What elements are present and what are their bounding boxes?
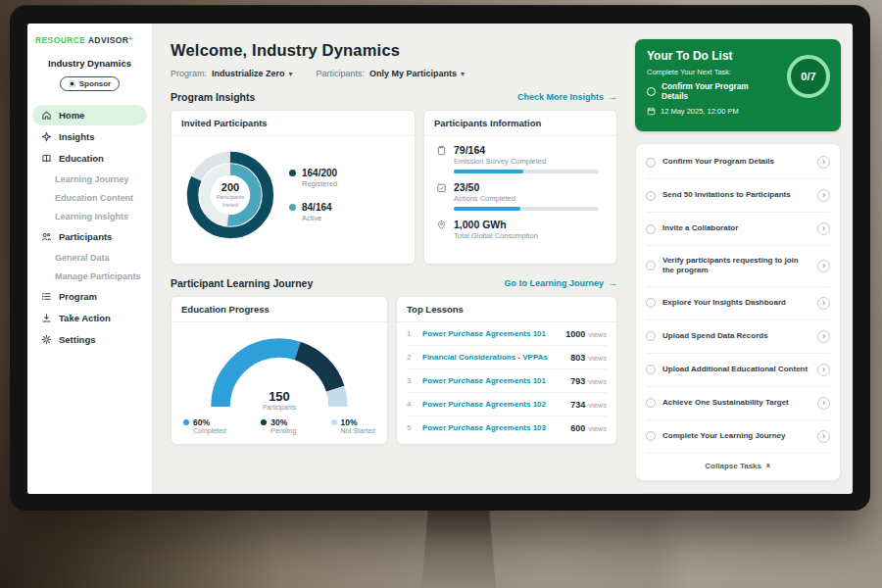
todo-task-row[interactable]: Achieve One Sustainability Target› [646,387,830,420]
legend-item-completed: 60% Completed [183,417,226,434]
task-chevron-icon[interactable]: › [817,156,830,169]
task-checkbox[interactable] [646,191,656,201]
task-chevron-icon[interactable]: › [817,222,830,235]
task-label: Verify participants requesting to join t… [662,256,810,276]
gauge-chart-wrap: 150 Participants [206,330,353,411]
lesson-views-count: 1000 [565,329,585,339]
lesson-link[interactable]: Financial Considerations - VPPAs [422,353,564,362]
sidebar-item-education-content[interactable]: Education Content [27,188,152,207]
sidebar-item-label: Participants [59,231,112,242]
task-chevron-icon[interactable]: › [817,430,830,443]
task-chevron-icon[interactable]: › [817,397,830,410]
lesson-views: 793views [570,376,607,386]
todo-task-row[interactable]: Send 50 Invitations to Participants› [646,179,830,213]
todo-summary-card: Your To Do List Complete Your Next Task:… [635,39,841,131]
stat-row-consumption: 1,000 GWh Total Global Consumption [424,211,616,240]
sidebar-item-home[interactable]: Home [32,105,147,125]
stat-value: 1,000 GWh [454,219,605,230]
lesson-link[interactable]: Power Purchase Agreements 103 [422,423,564,432]
sidebar-item-general-data[interactable]: General Data [27,248,152,267]
lesson-rank: 1 [407,329,416,338]
task-checkbox[interactable] [646,398,656,408]
gauge-center-caption: Participants [206,404,353,411]
sidebar-item-learning-insights[interactable]: Learning Insights [27,207,152,225]
education-icon [41,153,52,164]
task-checkbox[interactable] [646,158,656,168]
task-chevron-icon[interactable]: › [817,260,830,272]
legend-value: 30% [270,417,296,427]
gauge-legend: 60% Completed 30% Pending [172,411,387,434]
legend-value: 10% [341,417,375,427]
collapse-tasks-link[interactable]: Collapse Tasks ∧ [646,454,830,476]
chevron-down-icon: ▾ [289,70,293,78]
todo-task-row[interactable]: Complete Your Learning Journey› [646,420,830,454]
stat-label: Total Global Consumption [454,231,605,240]
lesson-views: 734views [570,400,607,410]
sidebar-item-learning-journey[interactable]: Learning Journey [27,170,152,188]
sidebar-item-insights[interactable]: Insights [32,126,147,147]
lesson-link[interactable]: Power Purchase Agreements 101 [422,376,564,385]
task-chevron-icon[interactable]: › [817,330,830,343]
todo-task-row[interactable]: Invite a Collaborator› [646,213,830,246]
top-lessons-card: Top Lessons 1Power Purchase Agreements 1… [396,296,617,445]
task-checkbox[interactable] [646,365,656,374]
todo-task-row[interactable]: Upload Spend Data Records› [646,320,830,354]
todo-task-row[interactable]: Confirm Your Program Details› [646,146,830,179]
legend-label: Active [302,214,332,222]
next-task-label: Confirm Your Program Details [662,81,772,101]
card-title: Participants Information [424,111,616,136]
invited-participants-card: Invited Participants 200 Participants In… [171,110,416,265]
sidebar-item-program[interactable]: Program [32,286,147,307]
sidebar-item-participants[interactable]: Participants [32,226,147,247]
task-chevron-icon[interactable]: › [817,297,830,310]
lesson-views-suffix: views [588,354,607,363]
task-chevron-icon[interactable]: › [817,364,830,376]
task-label: Explore Your Insights Dashboard [662,298,810,308]
sidebar-item-manage-participants[interactable]: Manage Participants [27,267,152,285]
todo-task-card: Confirm Your Program Details›Send 50 Inv… [635,143,841,481]
link-label: Check More Insights [517,92,604,102]
task-checkbox[interactable] [646,298,656,308]
todo-task-row[interactable]: Verify participants requesting to join t… [646,246,830,287]
sidebar-item-label: Learning Insights [55,212,128,221]
education-progress-card: Education Progress 150 Participants [171,296,388,445]
lesson-views-count: 734 [570,400,585,410]
collapse-tasks-label: Collapse Tasks [705,462,761,470]
task-checkbox[interactable] [646,224,656,234]
task-checkbox[interactable] [646,261,656,270]
task-checkbox[interactable] [646,331,656,341]
task-label: Upload Spend Data Records [662,331,810,341]
lesson-views: 1000views [565,329,607,339]
checklist-icon [436,182,447,193]
participants-filter-dropdown[interactable]: Only My Participants ▾ [369,69,465,78]
stat-row-actions: 23/50 Actions Completed [424,173,616,211]
app-window: RESOURCE ADVISOR+ Industry Dynamics Spon… [27,24,853,494]
sidebar-item-education[interactable]: Education [32,148,147,169]
todo-progress-ring: 0/7 [787,55,830,98]
todo-task-list: Confirm Your Program Details›Send 50 Inv… [646,146,830,454]
sidebar-item-settings[interactable]: Settings [32,329,147,350]
go-to-learning-journey-link[interactable]: Go to Learning Journey → [504,278,617,288]
stat-bar-fill-0 [454,170,523,173]
program-icon [41,291,52,302]
lesson-rank: 4 [407,400,416,409]
program-insights-cards: Invited Participants 200 Participants In… [171,110,617,265]
todo-task-row[interactable]: Upload Additional Educational Content› [646,354,830,387]
todo-task-row[interactable]: Explore Your Insights Dashboard› [646,287,830,320]
check-more-insights-link[interactable]: Check More Insights → [517,92,617,102]
sidebar-item-take-action[interactable]: Take Action [32,308,147,328]
next-task-checkbox[interactable] [647,87,656,96]
chevron-down-icon: ▾ [461,70,465,78]
task-checkbox[interactable] [646,431,656,441]
todo-progress-value: 0/7 [801,71,815,82]
program-filter-dropdown[interactable]: Industrialize Zero ▾ [212,69,293,78]
task-label: Achieve One Sustainability Target [662,398,810,408]
lesson-link[interactable]: Power Purchase Agreements 102 [422,400,564,409]
legend-item-not-started: 10% Not Started [331,417,375,434]
lesson-link[interactable]: Power Purchase Agreements 101 [422,329,559,338]
legend-label: Pending [270,427,296,434]
app-logo: RESOURCE ADVISOR+ [27,35,152,45]
lesson-row: 3Power Purchase Agreements 101793views [407,369,607,393]
task-label: Send 50 Invitations to Participants [662,190,810,200]
task-chevron-icon[interactable]: › [817,189,830,202]
